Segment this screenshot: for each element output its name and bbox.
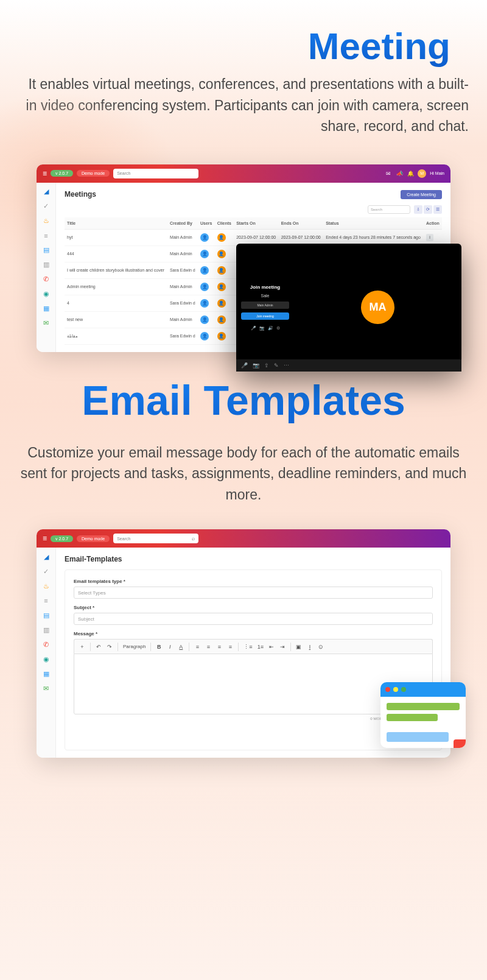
announce-icon[interactable]: 📣 [396,170,403,177]
image-icon[interactable]: ▣ [295,642,303,652]
fire-icon[interactable]: ♨ [42,582,51,590]
list-icon[interactable]: ≡ [42,231,51,240]
page-title: Email-Templates [65,555,442,563]
cam-icon[interactable]: ◉ [42,655,51,663]
align-left-icon[interactable]: ≡ [193,642,201,652]
subject-input[interactable]: Subject [74,613,433,625]
mail-icon[interactable]: ✉ [385,170,392,177]
dot-yellow [393,687,398,692]
logo-icon[interactable]: ◢ [42,552,51,561]
type-select[interactable]: Select Types [74,587,433,599]
refresh-icon[interactable]: ⟳ [424,205,432,214]
paper-icon[interactable]: ▥ [42,261,51,269]
demo-pill: Demo mode [77,170,110,177]
create-meeting-button[interactable]: Create Meeting [401,190,442,199]
participant-avatar: MA [361,291,394,324]
col-status[interactable]: Status [323,217,424,230]
export-icon[interactable]: ⇩ [414,205,422,214]
doc-icon[interactable]: ▤ [42,246,51,255]
speaker-icon[interactable]: 🔊 [268,326,273,331]
editor-footer: 0 WORDS POWERED BY TINYMCE [74,714,433,723]
menu-icon[interactable]: ≡ [43,169,47,178]
name-input[interactable]: Main Admin [241,301,289,309]
search-icon[interactable]: ⌕ [192,535,195,541]
decor-bar [387,732,449,742]
demo-pill: Demo mode [77,535,110,542]
app-header: ≡ v 2.0.7 Demo mode Search ✉ 📣 🔔 M Hi Ma… [37,164,450,183]
search-input[interactable]: Search [113,169,198,178]
phone-icon[interactable]: ✆ [42,640,51,649]
mic-icon[interactable]: 🎤 [251,326,256,331]
col-users[interactable]: Users [198,217,215,230]
sidebar: ◢ ✓ ♨ ≡ ▤ ▥ ✆ ◉ ▦ ✉ [37,548,56,758]
col-end[interactable]: Ends On [279,217,323,230]
app-header: ≡ v 2.0.7 Demo mode Search⌕ [37,529,450,548]
col-title[interactable]: Title [65,217,167,230]
undo-icon[interactable]: ↶ [94,642,103,652]
check-icon[interactable]: ✓ [42,567,51,576]
col-action[interactable]: Action [424,217,442,230]
vb-share-icon[interactable]: ⇪ [264,362,269,368]
version-pill: v 2.0.7 [51,170,73,177]
cal-icon[interactable]: ▦ [42,669,51,678]
page-title: Meetings [65,190,96,199]
bold-icon[interactable]: B [155,642,163,652]
type-label: Email templates type * [74,579,433,584]
settings-icon[interactable]: ⚙ [276,326,280,331]
avatar[interactable]: M [418,169,426,178]
phone-icon[interactable]: ✆ [42,275,51,284]
search-input[interactable]: Search⌕ [113,534,198,543]
info-icon[interactable]: i [426,234,433,241]
col-clients[interactable]: Clients [215,217,234,230]
cam-icon[interactable]: ◉ [42,290,51,298]
vb-cam-icon[interactable]: 📷 [253,362,259,368]
paragraph-select[interactable]: Paragraph [122,642,147,652]
message-label: Message * [74,631,433,636]
join-button[interactable]: Join meeting [241,312,289,320]
decor-bar [387,714,438,721]
list-icon[interactable]: ≡ [42,596,51,605]
color-icon[interactable]: A [177,642,185,652]
join-title: Join meeting [250,284,280,290]
decor-bar [387,703,460,710]
redo-icon[interactable]: ↷ [105,642,114,652]
fire-icon[interactable]: ♨ [42,217,51,225]
col-by[interactable]: Created By [167,217,198,230]
columns-icon[interactable]: ☰ [433,205,442,214]
vb-mic-icon[interactable]: 🎤 [241,362,248,368]
list-bullet-icon[interactable]: ⋮≡ [242,642,253,652]
camera-icon[interactable]: 📷 [259,326,265,331]
doc-icon[interactable]: ▤ [42,611,51,619]
align-justify-icon[interactable]: ≡ [226,642,234,652]
vb-more-icon[interactable]: ⋯ [284,362,289,368]
vb-chat-icon[interactable]: ✎ [274,362,279,368]
video-call-window: Join meeting Sale Main Admin Join meetin… [236,244,461,372]
align-right-icon[interactable]: ≡ [215,642,223,652]
version-pill: v 2.0.7 [51,535,73,542]
template-decoration [380,682,466,748]
cal-icon[interactable]: ▦ [42,305,51,313]
time-icon[interactable]: ⊙ [317,642,325,652]
dot-red [385,687,390,692]
clear-icon[interactable]: I [306,642,314,652]
italic-icon[interactable]: I [166,642,174,652]
add-icon[interactable]: + [78,642,86,652]
indent-icon[interactable]: ⇥ [278,642,287,652]
bell-icon[interactable]: 🔔 [407,170,414,177]
message-editor[interactable] [74,654,433,714]
menu-icon[interactable]: ≡ [43,534,47,543]
align-center-icon[interactable]: ≡ [204,642,212,652]
check-icon[interactable]: ✓ [42,202,51,211]
chat-icon[interactable]: ✉ [42,319,51,328]
dot-green [401,687,406,692]
col-start[interactable]: Starts On [234,217,278,230]
user-greeting[interactable]: Hi Main [430,171,444,175]
outdent-icon[interactable]: ⇤ [267,642,276,652]
table-search-input[interactable]: Search [368,205,410,214]
chat-icon[interactable]: ✉ [42,684,51,693]
paper-icon[interactable]: ▥ [42,626,51,634]
logo-icon[interactable]: ◢ [42,188,51,196]
meeting-title: Meeting [0,0,487,68]
meeting-screenshot: ≡ v 2.0.7 Demo mode Search ✉ 📣 🔔 M Hi Ma… [37,164,450,352]
list-number-icon[interactable]: 1≡ [256,642,265,652]
